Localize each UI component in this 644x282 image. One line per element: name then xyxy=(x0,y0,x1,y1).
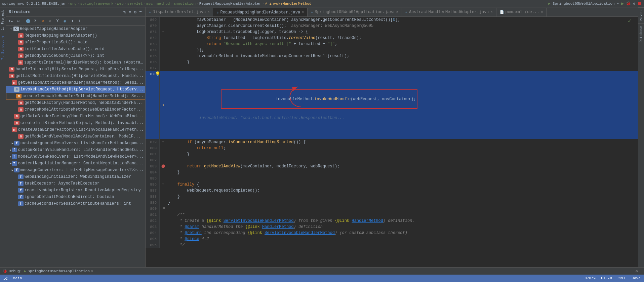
tree-item-messageconvert[interactable]: ▶ f messageConverters: List<HttpMessageC… xyxy=(6,167,145,173)
field-icon[interactable]: ⊘ xyxy=(47,18,53,25)
tab-abstract-close[interactable]: × xyxy=(491,10,493,14)
settings-icon[interactable]: ⚙ xyxy=(133,9,137,15)
breadcrumb-mvc[interactable]: mvc xyxy=(146,2,153,6)
structure-label[interactable]: 7: Structure xyxy=(0,33,5,63)
tree-item-createdata[interactable]: m createDataBinderFactory(List<Invocable… xyxy=(6,126,145,133)
breadcrumb-springframework[interactable]: springframework xyxy=(80,2,113,6)
code-editor[interactable]: 869 mavContainer = (ModelAndViewContaine… xyxy=(146,17,638,267)
git-branch[interactable]: main xyxy=(13,276,22,280)
filter-icon[interactable]: ≡ xyxy=(128,9,132,15)
debug-minus-icon[interactable]: − xyxy=(639,269,641,273)
tree-root[interactable]: ▾ C RequestMappingHandlerAdapter xyxy=(6,26,145,32)
breadcrumb-method[interactable]: method xyxy=(157,2,170,6)
encoding[interactable]: UTF-8 xyxy=(601,276,612,280)
code-line-893: 893 * @param handlerMethod the {@link Ha… xyxy=(146,224,638,230)
tree-item-customarg[interactable]: ▶ f customArgumentResolvers: List<Handle… xyxy=(6,140,145,147)
database-label[interactable]: Database xyxy=(638,23,644,45)
tree-item-2[interactable]: m initControllerAdviceCache(): void xyxy=(6,46,145,52)
breadcrumb-servlet[interactable]: servlet xyxy=(127,2,143,6)
tree-item-createinit[interactable]: m createInitBinderMethod(Object, Method)… xyxy=(6,120,145,126)
fold-890[interactable]: |= xyxy=(161,206,165,212)
tab-requestmapping-close[interactable]: × xyxy=(302,10,304,14)
down-icon[interactable]: ⬇ xyxy=(76,18,83,25)
code-line-891: 891 /** xyxy=(146,212,638,218)
tree-item-customreturn[interactable]: ▶ f customReturnValueHandlers: List<Hand… xyxy=(6,147,145,153)
tab-pom[interactable]: 📄 pom.xml (de... × xyxy=(496,8,547,16)
tab-springboot[interactable]: ☕ Springboot05Web01Application.java × xyxy=(308,8,402,16)
debug-app-name[interactable]: Springboot05Web01Application xyxy=(28,269,90,273)
tree-item-reactive[interactable]: f reactiveAdapterRegistry: ReactiveAdapt… xyxy=(6,187,145,194)
tab-abstract[interactable]: ☕ AbstractHandlerMethodAdapter.java × xyxy=(402,8,496,16)
file-type[interactable]: Java xyxy=(632,276,641,280)
tree-item-invoke[interactable]: m invokeHandlerMethod(HttpServletRequest… xyxy=(6,86,145,93)
tree-item-3[interactable]: m getBodyAdviceCount(Class<?>): int xyxy=(6,52,145,59)
tab-requestmapping[interactable]: ☕ RequestMappingHandlerAdapter.java × xyxy=(213,8,308,16)
tree-item-createmodel[interactable]: m createModelAttributeMethod(WebDataBind… xyxy=(6,106,145,113)
breadcrumb-bar: spring-mvc-5.2.12.RELEASE.jar › org › sp… xyxy=(0,0,644,7)
bulb-icon[interactable]: 💡 xyxy=(155,71,160,77)
tree-item-modelandviewres[interactable]: ▶ f modelAndViewResolvers: List<ModelAnd… xyxy=(6,153,145,160)
pom-icon: 📄 xyxy=(500,10,504,14)
sort-icon[interactable]: ⇅ xyxy=(123,9,127,15)
tree-item-taskexec[interactable]: f taskExecutor: AsyncTaskExecutor xyxy=(6,180,145,187)
tree-item-getmodelandview[interactable]: m getModelAndView(ModelAndViewContainer,… xyxy=(6,133,145,140)
tree-item-1[interactable]: m afterPropertiesSet(): void xyxy=(6,39,145,46)
left-vertical-labels: 1: Project 7: Structure xyxy=(0,7,6,267)
tree-item-webBinding[interactable]: f webBindingInitializer: WebBindingIniti… xyxy=(6,173,145,180)
tree-item-0[interactable]: m RequestMappingHandlerAdapter() xyxy=(6,32,145,39)
tree-item-4[interactable]: m supportsInternal(HandlerMethod): boole… xyxy=(6,59,145,66)
method-icon: m xyxy=(16,94,22,98)
close-panel-icon[interactable]: − xyxy=(138,9,143,15)
breadcrumb-web[interactable]: web xyxy=(117,2,124,6)
breadcrumb-org[interactable]: org xyxy=(70,2,77,6)
tree-item-ignoreredirect[interactable]: f ignoreDefaultModelOnRedirect: boolean xyxy=(6,194,145,200)
gutter-887 xyxy=(160,188,166,194)
breadcrumb-annotation[interactable]: annotation xyxy=(173,2,196,6)
project-label[interactable]: 1: Project xyxy=(0,7,5,33)
fold-871[interactable]: ▾ xyxy=(162,29,164,35)
field-icon: f xyxy=(18,181,24,186)
breadcrumb-class[interactable]: RequestMappingHandlerAdapter xyxy=(199,2,261,6)
debug-close[interactable]: × xyxy=(91,269,93,273)
debug-button[interactable]: 🐞 xyxy=(626,1,631,6)
fold-879[interactable]: ▾ xyxy=(162,139,164,145)
tab-springboot-close[interactable]: × xyxy=(396,10,398,14)
tree-item-create[interactable]: m createInvocableHandlerMethod(HandlerMe… xyxy=(6,93,145,99)
circle-icon[interactable]: ◉ xyxy=(62,18,68,25)
breadcrumb-jar[interactable]: spring-mvc-5.2.12.RELEASE.jar xyxy=(2,2,66,6)
show-icon[interactable]: Y xyxy=(54,18,61,25)
code-line-890: 890 |= xyxy=(146,206,638,212)
tree-item-getmodel[interactable]: m getModelFactory(HandlerMethod, WebData… xyxy=(6,99,145,106)
collapse-icon[interactable]: ⊟ xyxy=(15,18,22,25)
tree-item-7[interactable]: m getSessionAttributesHandler(HandlerMet… xyxy=(6,79,145,86)
tree-item-contentneg[interactable]: ▶ f contentNegotiationManager: ContentNe… xyxy=(6,160,145,167)
toolbar-more[interactable]: ⚙ xyxy=(633,1,635,6)
tree-item-getdatabinder[interactable]: m getDataBinderFactory(HandlerMethod): W… xyxy=(6,113,145,120)
tab-dispatcher-close[interactable]: × xyxy=(207,10,209,14)
group-icon[interactable]: ⬤ xyxy=(25,18,31,25)
stop-button[interactable]: ⏹ xyxy=(637,1,642,6)
line-content-893: * @param handlerMethod the {@link Handle… xyxy=(166,224,638,230)
line-num-895: 895 xyxy=(146,236,160,242)
run-button[interactable]: ▶ xyxy=(621,1,624,6)
up-icon[interactable]: ⬆ xyxy=(69,18,76,25)
line-col[interactable]: 878:9 xyxy=(585,276,596,280)
fold-886[interactable]: ▾ xyxy=(162,182,164,188)
expand-icon[interactable]: ▾▴ xyxy=(7,18,14,25)
anon-icon[interactable]: ⊕ xyxy=(39,18,46,25)
gutter-885 xyxy=(160,175,166,182)
method-icon: m xyxy=(14,121,19,125)
tab-pom-close[interactable]: × xyxy=(541,10,543,14)
tree-item-5[interactable]: m handleInternal(HttpServletRequest, Htt… xyxy=(6,66,145,73)
springboot-java-icon: ☕ xyxy=(311,10,313,14)
settings-gear-icon[interactable]: ⚙ xyxy=(636,269,638,273)
run-config-name[interactable]: Springboot05Web01Application ▾ xyxy=(553,1,619,6)
circle-883: ⬤ xyxy=(161,163,165,169)
line-sep[interactable]: CRLF xyxy=(617,276,626,280)
tab-dispatcher[interactable]: ☕ DispatcherServlet.java × xyxy=(146,8,213,16)
maven-label[interactable]: Maven xyxy=(638,7,644,23)
tree-item-cacheseconds[interactable]: f cacheSecondsForSessionAttributeHandler… xyxy=(6,200,145,207)
lambda-icon[interactable]: λ xyxy=(32,18,39,25)
tree-item-6[interactable]: m getLastModifiedInternal(HttpServletReq… xyxy=(6,73,145,79)
breadcrumb-method-name[interactable]: ⚡ invokeHandlerMethod xyxy=(265,1,312,6)
